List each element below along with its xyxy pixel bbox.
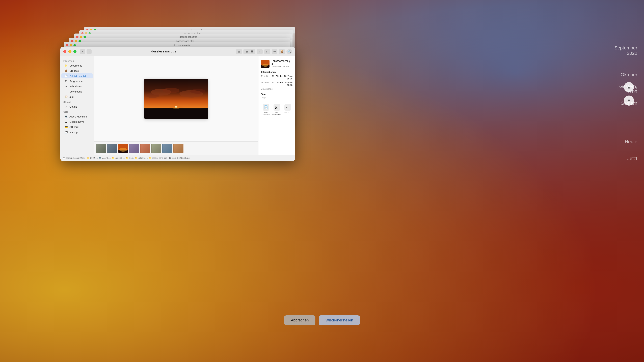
- sep-6: ›: [147, 157, 148, 159]
- orte-label: Orte: [60, 109, 94, 114]
- dokumente-label: Dokumente: [70, 64, 82, 67]
- info-panel: 1620736203236.jpg JPEG-Bild - 2,8 MB Inf…: [258, 56, 295, 155]
- file-bc-text: 1620736203236.jpg: [172, 157, 190, 159]
- sep-4: ›: [124, 157, 125, 159]
- filename: 1620736203236.jpg: [272, 60, 292, 65]
- macint-text: Macint…: [102, 157, 110, 159]
- zuletzt-label: Zuletzt benutzt: [70, 75, 86, 77]
- timeline-scroll-down-button[interactable]: ▼: [624, 95, 634, 106]
- search-button[interactable]: 🔍: [286, 49, 292, 54]
- dropbox-icon: 📦: [280, 50, 284, 53]
- minimize-button[interactable]: [68, 50, 72, 53]
- folder6-icon: 📁: [148, 157, 151, 159]
- folder-icon: 📁: [64, 64, 68, 67]
- sidebar-item-programme[interactable]: ⊞ Programme: [62, 79, 93, 84]
- sep-3: ›: [110, 157, 111, 159]
- back-button[interactable]: ‹: [80, 49, 85, 54]
- breadcrumb-schreib[interactable]: 📁 Schreib…: [135, 157, 147, 159]
- sidebar-item-google-drive[interactable]: ▲ Google Drive: [62, 119, 93, 124]
- bild-konvertieren-button[interactable]: 🖼 Bildkonvertieren: [272, 104, 282, 115]
- sidebar-item-geteilt[interactable]: ↗ Geteilt: [62, 104, 93, 109]
- breadcrumb-alex[interactable]: 📁 alex: [126, 157, 133, 159]
- thumbnail-5[interactable]: [140, 144, 150, 153]
- thumbnail-7[interactable]: [162, 144, 172, 153]
- window-body: Favoriten 📁 Dokumente 📦 Dropbox 🕐 Zuletz…: [60, 56, 295, 155]
- cancel-button[interactable]: Abbrechen: [284, 316, 315, 325]
- sidebar-item-dokumente[interactable]: 📁 Dokumente: [62, 63, 93, 68]
- breadcrumb-backup[interactable]: 💾 backup@snap-22172: [63, 157, 85, 159]
- sidebar-item-backup[interactable]: 💾 backup: [62, 130, 93, 135]
- timeline-sidebar: September 2022 Oktober Gestern, 16:09 Ge…: [610, 0, 644, 362]
- chevron-up-icon: ▲: [627, 85, 631, 89]
- thumbnail-3[interactable]: [118, 144, 128, 153]
- toolbar-right: ⊞ ⊞ ☰ ⬆ 🏷 ⋯ 📦 🔍: [236, 49, 292, 54]
- timeline-date-heute: Heute: [625, 139, 637, 144]
- backup-icon: 💾: [63, 157, 65, 159]
- breadcrumb-macint[interactable]: 💻 Macint…: [98, 157, 110, 159]
- breadcrumb-file[interactable]: 🖼 1620736203236.jpg: [169, 157, 190, 159]
- alex-label: alex: [70, 95, 74, 98]
- programme-label: Programme: [70, 80, 82, 83]
- share-button[interactable]: ⬆: [257, 49, 263, 54]
- sidebar-item-dropbox[interactable]: 📦 Dropbox: [62, 68, 93, 73]
- breadcrumb-dossier[interactable]: 📁 dossier sans titre: [148, 157, 167, 159]
- nav-buttons: ‹ ›: [80, 49, 92, 54]
- sidebar-item-downloads[interactable]: ⬇ Downloads: [62, 89, 93, 94]
- zul-key: Zul. geöffnet: [261, 88, 273, 90]
- tags-input[interactable]: Tags …: [261, 96, 292, 99]
- tags-label: Tags: [261, 93, 292, 95]
- thumbnail-2[interactable]: [107, 144, 117, 153]
- breadcrumb-benutzt[interactable]: 📁 Benutzt…: [112, 157, 124, 159]
- more-button[interactable]: ⋯: [272, 49, 278, 54]
- file-type: JPEG-Bild: [272, 65, 281, 68]
- thumbnail-6[interactable]: [151, 144, 161, 153]
- mehr-button[interactable]: ⋯ Mehr …: [284, 104, 291, 115]
- thumbnail-4[interactable]: [129, 144, 139, 153]
- backup-label: backup: [70, 131, 78, 134]
- zul-row: Zul. geöffnet --: [261, 88, 292, 90]
- maximize-dot-1: [74, 44, 76, 46]
- sidebar-item-sd-card[interactable]: 💳 SD card: [62, 124, 93, 129]
- geaendert-value: 13. Oktober 2022 um 18:08: [271, 81, 292, 86]
- file-size: 2,8 MB: [282, 65, 289, 68]
- file-thumbnail: [261, 60, 270, 68]
- geteilt-label: Geteilt: [70, 105, 77, 108]
- list-view-button[interactable]: ☰: [250, 49, 255, 54]
- tag-icon: 🏷: [266, 50, 268, 53]
- image-main-area: [94, 56, 258, 141]
- svg-point-14: [262, 64, 268, 67]
- share-sidebar-icon: ↗: [64, 105, 68, 108]
- pdf-label: PDFerstellen: [262, 111, 270, 115]
- dropbox-button[interactable]: 📦: [279, 49, 285, 54]
- pdf-erstellen-button[interactable]: 📄 PDFerstellen: [262, 104, 270, 115]
- clock-icon: 🕐: [64, 74, 68, 78]
- sidebar-item-schreibtisch[interactable]: 🖥 Schreibtisch: [62, 84, 93, 89]
- breadcrumb-2022[interactable]: 📁 2022-1: [87, 157, 96, 159]
- folder4-icon: 📁: [126, 157, 128, 159]
- thumbnail-8[interactable]: [174, 144, 184, 153]
- timeline-date-oktober: Oktober: [620, 72, 637, 77]
- svg-point-4: [163, 88, 180, 93]
- view-options-button[interactable]: ⊞: [236, 49, 242, 54]
- thumbnail-1[interactable]: [96, 144, 106, 153]
- computer2-icon: 💻: [98, 157, 101, 159]
- google-drive-label: Google Drive: [70, 120, 84, 123]
- forward-button[interactable]: ›: [86, 49, 92, 54]
- tag-button[interactable]: 🏷: [264, 49, 270, 54]
- sidebar-item-alex[interactable]: 🏠 alex: [62, 94, 93, 99]
- sidebar-item-zuletzt[interactable]: 🕐 Zuletzt benutzt: [62, 73, 93, 78]
- tags-section: Tags Tags …: [261, 93, 292, 99]
- sidebar-item-mac-mini[interactable]: 💻 Alex's Mac mini: [62, 114, 93, 119]
- monitor-icon: 🖥: [64, 85, 68, 88]
- thumbnail-strip: [94, 141, 258, 155]
- close-button[interactable]: [64, 50, 66, 53]
- maximize-button[interactable]: [74, 50, 76, 53]
- wiederherstellen-button[interactable]: Wiederherstellen: [319, 316, 360, 325]
- breadcrumb-bar: 💾 backup@snap-22172 › 📁 2022-1 › 💻 Macin…: [60, 155, 295, 161]
- timeline-date-jetzt: Jetzt: [628, 156, 637, 161]
- sd-icon: 💳: [64, 125, 68, 129]
- download-icon: ⬇: [64, 90, 68, 93]
- finder-sidebar: Favoriten 📁 Dokumente 📦 Dropbox 🕐 Zuletz…: [60, 56, 94, 155]
- timeline-scroll-up-button[interactable]: ▲: [624, 82, 634, 92]
- icon-view-button[interactable]: ⊞: [244, 49, 250, 54]
